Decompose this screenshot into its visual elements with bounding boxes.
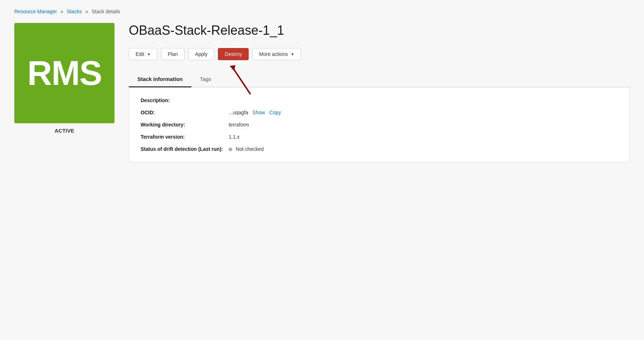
more-actions-caret-icon: ▼ [291, 52, 294, 56]
edit-caret-icon: ▼ [147, 52, 151, 56]
working-dir-label: Working directory: [141, 122, 223, 128]
detail-block: OBaaS-Stack-Release-1_1 Edit ▼ Plan Appl… [129, 23, 630, 162]
tf-version-value: 1.1.x [229, 134, 618, 140]
breadcrumb-resource-manager[interactable]: Resource Manager [14, 9, 57, 14]
apply-button[interactable]: Apply [188, 48, 214, 60]
drift-value: Not checked [229, 146, 618, 152]
tab-stack-information[interactable]: Stack information [129, 72, 191, 87]
drift-status-text: Not checked [236, 146, 264, 152]
breadcrumb-sep2: » [86, 9, 88, 14]
main-content: RMS ACTIVE OBaaS-Stack-Release-1_1 Edit … [14, 23, 630, 162]
description-label: Description: [141, 97, 223, 103]
plan-button[interactable]: Plan [161, 48, 185, 60]
ocid-value: ...uqagfa Show Copy [229, 110, 618, 115]
svg-marker-1 [230, 65, 235, 71]
breadcrumb-current: Stack details [92, 9, 120, 14]
more-actions-button[interactable]: More actions ▼ [252, 48, 301, 60]
logo-block: RMS ACTIVE [14, 23, 114, 134]
working-dir-value: terraform [229, 122, 618, 128]
status-badge: ACTIVE [54, 128, 74, 134]
breadcrumb: Resource Manager » Stacks » Stack detail… [14, 9, 630, 14]
stack-title: OBaaS-Stack-Release-1_1 [129, 23, 630, 38]
tab-tags[interactable]: Tags [191, 72, 220, 87]
tab-content: Description: OCID: ...uqagfa Show Copy W… [129, 87, 630, 162]
info-table: Description: OCID: ...uqagfa Show Copy W… [141, 97, 618, 152]
breadcrumb-sep1: » [60, 9, 63, 14]
drift-label: Status of drift detection (Last run): [141, 146, 223, 152]
tf-version-label: Terraform version: [141, 134, 223, 140]
breadcrumb-stacks[interactable]: Stacks [67, 9, 82, 14]
ocid-label: OCID: [141, 110, 223, 115]
ocid-short-text: ...uqagfa [229, 110, 248, 115]
rms-logo: RMS [14, 23, 114, 123]
page-container: Resource Manager » Stacks » Stack detail… [0, 0, 644, 171]
drift-status-dot [229, 148, 232, 151]
ocid-show-link[interactable]: Show [253, 110, 265, 115]
rms-logo-text: RMS [27, 56, 101, 90]
action-buttons: Edit ▼ Plan Apply Destroy More actions ▼ [129, 48, 630, 60]
destroy-button[interactable]: Destroy [218, 48, 249, 60]
edit-button[interactable]: Edit ▼ [129, 48, 157, 60]
tabs: Stack information Tags [129, 72, 630, 87]
ocid-copy-link[interactable]: Copy [269, 110, 281, 115]
